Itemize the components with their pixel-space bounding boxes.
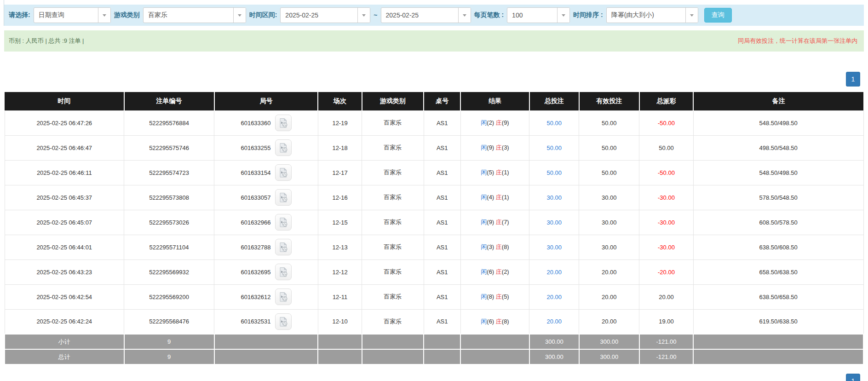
game-category-value: 百家乐 (144, 8, 233, 23)
game-category-select[interactable]: 百家乐 (143, 7, 246, 23)
video-replay-button[interactable] (275, 164, 292, 181)
time-range-label: 时间区间: (249, 11, 277, 19)
table-row: 2025-02-25 06:46:47522295575746601633255… (5, 135, 863, 160)
column-header-3: 场次 (318, 92, 362, 110)
subtotal-row: 小计9300.00300.00-121.00 (5, 334, 863, 349)
player-points: (6) (487, 268, 494, 275)
banker-result: 庄 (496, 268, 502, 275)
cell-table-number: AS1 (424, 160, 460, 185)
date-from-value: 2025-02-25 (281, 8, 357, 23)
total-row-empty (214, 349, 318, 364)
cell-valid-bet: 20.00 (579, 309, 639, 334)
sort-order-select[interactable]: 降幂(由大到小) (606, 7, 698, 23)
video-replay-icon (278, 167, 288, 178)
cell-note: 608.50/578.50 (693, 210, 863, 235)
banker-points: (9) (502, 119, 509, 126)
video-replay-icon (278, 317, 288, 327)
cell-total-bet: 30.00 (529, 235, 579, 260)
total-row-note (693, 349, 863, 364)
round-number: 601633255 (241, 144, 270, 151)
subtotal-row-empty (318, 334, 362, 349)
banker-result: 庄 (496, 293, 502, 300)
game-category-label: 游戏类别 (114, 11, 140, 19)
video-replay-button[interactable] (275, 115, 292, 131)
video-replay-button[interactable] (275, 313, 292, 330)
video-replay-button[interactable] (275, 239, 292, 255)
total-row-total-bet: 300.00 (529, 349, 579, 364)
cell-total-bet: 30.00 (529, 185, 579, 210)
banker-result: 庄 (496, 169, 502, 176)
page-button-1[interactable]: 1 (846, 374, 860, 381)
cell-round-number: 601633057 (214, 185, 318, 210)
total-row-count: 9 (124, 349, 214, 364)
page-button-1[interactable]: 1 (846, 72, 860, 87)
video-replay-button[interactable] (275, 264, 292, 280)
column-header-5: 桌号 (424, 92, 460, 110)
cell-time: 2025-02-25 06:43:23 (5, 260, 124, 284)
cell-total-bet: 50.00 (529, 135, 579, 160)
cell-session: 12-12 (318, 260, 362, 284)
pagination-bottom: 1 (846, 374, 860, 381)
subtotal-row-payout: -121.00 (639, 334, 694, 349)
subtotal-row-empty (424, 334, 460, 349)
subtotal-row-empty (460, 334, 529, 349)
table-row: 2025-02-25 06:42:24522295568476601632531… (5, 309, 863, 334)
search-button[interactable]: 查询 (704, 8, 732, 23)
cell-round-number: 601632531 (214, 309, 318, 334)
cell-note: 548.50/498.50 (693, 110, 863, 135)
sort-label: 时间排序 : (573, 11, 603, 19)
cell-valid-bet: 30.00 (579, 210, 639, 235)
table-row: 2025-02-25 06:42:54522295569200601632612… (5, 284, 863, 309)
cell-payout: -50.00 (639, 160, 694, 185)
subtotal-row-empty (214, 334, 318, 349)
cell-payout: -30.00 (639, 235, 694, 260)
video-replay-button[interactable] (275, 139, 292, 156)
cell-payout: 50.00 (639, 135, 694, 160)
cell-valid-bet: 20.00 (579, 284, 639, 309)
video-replay-button[interactable] (275, 289, 292, 305)
banker-points: (8) (502, 318, 509, 325)
banker-points: (5) (502, 293, 509, 300)
cell-bet-number: 522295575746 (124, 135, 214, 160)
cell-payout: -20.00 (639, 260, 694, 284)
column-header-8: 有效投注 (579, 92, 639, 110)
cell-result: 闲(6) 庄(2) (460, 260, 529, 284)
player-result: 闲 (481, 144, 487, 151)
cell-time: 2025-02-25 06:46:47 (5, 135, 124, 160)
date-from-select[interactable]: 2025-02-25 (280, 7, 370, 23)
round-number: 601633360 (241, 120, 270, 127)
player-points: (8) (487, 293, 494, 300)
subtotal-row-valid-bet: 300.00 (579, 334, 639, 349)
page-size-select[interactable]: 100 (507, 7, 570, 23)
cell-valid-bet: 50.00 (579, 160, 639, 185)
cell-result: 闲(8) 庄(5) (460, 284, 529, 309)
chevron-down-icon (458, 8, 471, 23)
cell-note: 658.50/638.50 (693, 260, 863, 284)
cell-bet-number: 522295576884 (124, 110, 214, 135)
notice-text: 同局有效投注，统一计算在该局第一张注单内 (738, 37, 857, 45)
cell-total-bet: 50.00 (529, 160, 579, 185)
cell-session: 12-15 (318, 210, 362, 235)
cell-valid-bet: 50.00 (579, 135, 639, 160)
banker-points: (1) (502, 194, 509, 201)
subtotal-row-empty (362, 334, 424, 349)
chevron-down-icon (98, 8, 110, 23)
round-number: 601633057 (241, 194, 270, 201)
column-header-1: 注单编号 (124, 92, 214, 110)
player-result: 闲 (481, 268, 487, 275)
cell-total-bet: 50.00 (529, 110, 579, 135)
video-replay-icon (278, 292, 288, 302)
sort-order-value: 降幂(由大到小) (607, 8, 685, 23)
cell-result: 闲(9) 庄(7) (460, 210, 529, 235)
total-row-empty (318, 349, 362, 364)
player-points: (6) (487, 318, 494, 325)
query-type-select[interactable]: 日期查询 (34, 7, 111, 23)
video-replay-button[interactable] (275, 214, 292, 231)
player-points: (9) (487, 144, 494, 151)
date-to-select[interactable]: 2025-02-25 (381, 7, 471, 23)
cell-table-number: AS1 (424, 309, 460, 334)
video-replay-button[interactable] (275, 189, 292, 206)
player-result: 闲 (481, 169, 487, 176)
cell-table-number: AS1 (424, 210, 460, 235)
total-row: 总计9300.00300.00-121.00 (5, 349, 863, 364)
